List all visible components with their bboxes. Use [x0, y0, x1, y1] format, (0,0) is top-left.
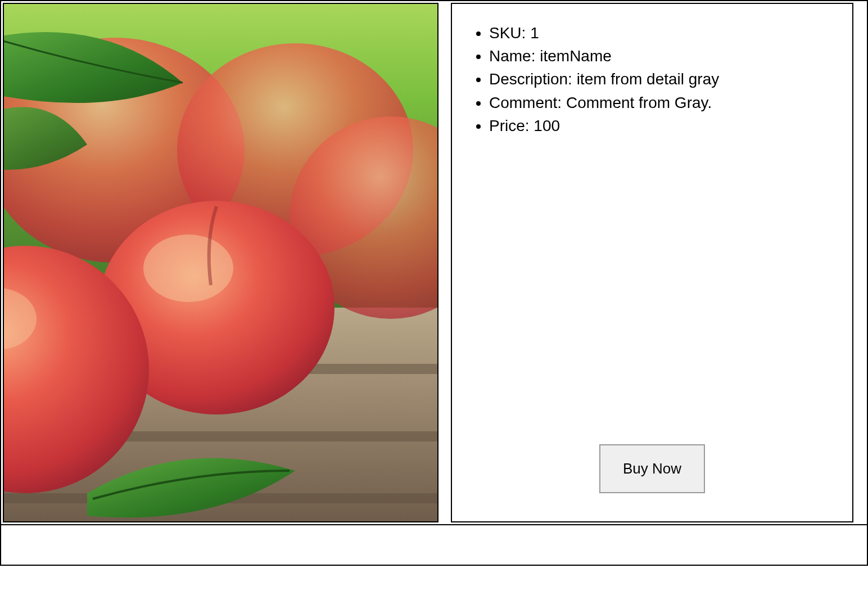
price-value: 100	[534, 117, 560, 134]
layout-table: SKU: 1 Name: itemName Description: item …	[0, 0, 868, 566]
description-row: Description: item from detail gray	[489, 68, 847, 90]
price-row: Price: 100	[489, 115, 847, 137]
svg-point-9	[143, 235, 233, 302]
product-detail-list: SKU: 1 Name: itemName Description: item …	[458, 22, 847, 138]
sku-row: SKU: 1	[489, 22, 847, 44]
product-image	[4, 4, 437, 521]
price-label: Price:	[489, 117, 534, 134]
description-value: item from detail gray	[577, 70, 720, 88]
name-value: itemName	[540, 47, 612, 65]
product-image-cell	[3, 3, 438, 522]
comment-value: Comment from Gray.	[566, 94, 712, 111]
action-row: Buy Now	[458, 444, 847, 504]
sku-label: SKU:	[489, 24, 530, 42]
name-row: Name: itemName	[489, 45, 847, 67]
description-label: Description:	[489, 70, 577, 88]
comment-label: Comment:	[489, 94, 566, 111]
product-detail-panel: SKU: 1 Name: itemName Description: item …	[451, 3, 853, 522]
buy-now-button[interactable]: Buy Now	[599, 444, 705, 493]
name-label: Name:	[489, 47, 540, 65]
product-detail-page: SKU: 1 Name: itemName Description: item …	[0, 0, 868, 595]
comment-row: Comment: Comment from Gray.	[489, 92, 847, 114]
sku-value: 1	[530, 24, 539, 42]
bottom-empty-row	[1, 525, 867, 565]
